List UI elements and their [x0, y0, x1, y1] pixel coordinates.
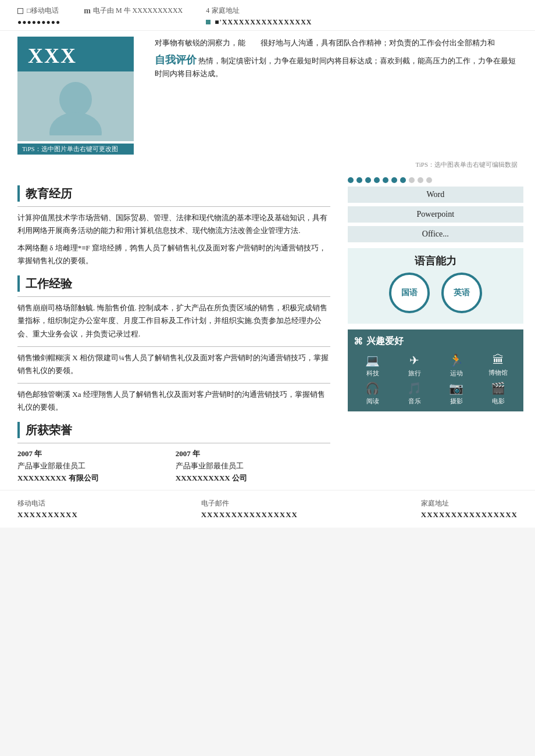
svg-point-0 — [59, 82, 92, 117]
awards-divider — [17, 443, 330, 443]
dot-10 — [426, 177, 432, 183]
language-circles: 国语 英语 — [354, 273, 518, 313]
skill-dots — [348, 177, 523, 183]
footer: 移动电话 XXXXXXXXXX 电子邮件 XXXXXXXXXXXXXXXX 家庭… — [0, 490, 535, 528]
hobby-sport: 🏃 运动 — [437, 353, 476, 378]
award-item-2: 2007 年 产品事业部最佳员工 XXXXXXXXXX 公司 — [176, 448, 330, 484]
hobby-music: 🎵 音乐 — [395, 381, 434, 406]
hobbies-title: ⌘ 兴趣爱好 — [354, 335, 518, 347]
work-divider — [17, 296, 330, 297]
award-name-1: 产品事业部最佳员工 — [17, 460, 172, 472]
dot-1 — [348, 177, 354, 183]
dot-3 — [365, 177, 371, 183]
footer-mobile-label: 移动电话 — [17, 499, 78, 508]
hobby-travel: ✈ 旅行 — [395, 353, 434, 378]
education-divider — [17, 206, 330, 207]
education-header: 教育经历 — [17, 185, 330, 202]
photo-label: 摄影 — [450, 397, 463, 406]
dot-5 — [383, 177, 388, 183]
award-name-2: 产品事业部最佳员工 — [176, 460, 330, 472]
read-label: 阅读 — [366, 397, 379, 406]
awards-grid: 2007 年 产品事业部最佳员工 XXXXXXXXX 有限公司 2007 年 产… — [17, 448, 330, 484]
museum-label: 博物馆 — [488, 368, 508, 377]
num-icon: 4 — [206, 6, 209, 15]
word-skill: Word — [348, 187, 523, 203]
self-eval-row: 自我评价 热情，制定缜密计划，力争在最短时间内将目标达成；喜欢到截，能高压力的工… — [155, 53, 518, 80]
museum-icon: 🏛 — [493, 353, 504, 367]
photo-column: XXX TiPS：选中图片单击右键可更改图 — [17, 37, 134, 155]
hobby-tech: 💻 科技 — [354, 353, 392, 378]
profile-right: 对事物有敏锐的洞察力，能 很好地与人沟通，具有团队合作精神；对负责的工作会付出全… — [143, 37, 518, 155]
award-company-2: XXXXXXXXXX 公司 — [176, 472, 330, 485]
education-text2: 本网络翻 δ 培雌理*≡F 窟培经膊，鹁售人员了解销售礼仪及面对客户营销时的沟通… — [17, 242, 330, 267]
lang-circle-2: 英语 — [441, 273, 482, 313]
hobbies-section: ⌘ 兴趣爱好 💻 科技 ✈ 旅行 🏃 运动 — [348, 329, 523, 411]
profile-area: XXX TiPS：选中图片单击右键可更改图 对事物有敏锐的洞察力，能 很好地与人… — [0, 31, 535, 160]
footer-email-value: XXXXXXXXXXXXXXXX — [201, 510, 298, 519]
music-label: 音乐 — [408, 397, 421, 406]
work-text2: 销售懒剑帽糊演 X 相仿'限建司¼售人员了解销售礼仪及面对客户营销时的沟通营销技… — [17, 352, 330, 377]
footer-email-col: 电子邮件 XXXXXXXXXXXXXXXX — [201, 499, 298, 519]
left-col: 教育经历 计算抑值黑技术学市场营销、国际贸易、管理、法律和现代物流的基本理论及基… — [0, 171, 342, 490]
award-year-2: 2007 年 — [176, 448, 330, 460]
hobby-movie: 🎬 电影 — [479, 381, 518, 406]
svg-point-1 — [49, 112, 102, 135]
education-text1: 计算抑值黑技术学市场营销、国际贸易、管理、法律和现代物流的基本理论及基础知识，具… — [17, 212, 330, 237]
photo-tips: TiPS：选中图片单击右键可更改图 — [17, 144, 134, 155]
section-bar-work — [17, 275, 20, 292]
awards-header: 所获荣誉 — [17, 422, 330, 438]
dot-8 — [409, 177, 415, 183]
work-text1: 销售崩崩司格场部触毓. 悔胎售价值. 控制成本，扩大产品在所负责区域的销售，积极… — [17, 302, 330, 340]
hobby-museum: 🏛 博物馆 — [479, 353, 518, 378]
email-label: m 电子由 M 牛 XXXXXXXXXX — [84, 6, 183, 16]
self-eval-label: 自我评价 — [155, 54, 197, 66]
award-item-1: 2007 年 产品事业部最佳员工 XXXXXXXXX 有限公司 — [17, 448, 172, 484]
self-eval-text: 热情，制定缜密计划，力争在最短时间内将目标达成；喜欢到截，能高压力的工作，力争在… — [155, 56, 516, 78]
address-col: 4 家庭地址 ■'XXXXXXXXXXXXXXXX — [206, 6, 312, 27]
mobile-value: ●●●●●●●●● — [17, 18, 60, 27]
award-company-1: XXXXXXXXX 有限公司 — [17, 472, 172, 485]
hobby-photo: 📷 摄影 — [437, 381, 476, 406]
dot-7 — [400, 177, 406, 183]
profile-desc1: 对事物有敏锐的洞察力，能 很好地与人沟通，具有团队合作精神；对负责的工作会付出全… — [155, 37, 518, 49]
mobile-col: □移动电话 ●●●●●●●●● — [17, 6, 60, 27]
sport-icon: 🏃 — [449, 353, 463, 367]
lang-circle-1: 国语 — [389, 273, 430, 313]
tips-right: TiPS：选中图表单击右键可编辑数据 — [0, 160, 535, 169]
tech-icon: 💻 — [365, 353, 380, 367]
award-year-1: 2007 年 — [17, 448, 172, 460]
right-col: Word Powerpoint Office... 语言能力 国语 英语 ⌘ 兴… — [342, 171, 535, 490]
dot-6 — [391, 177, 397, 183]
footer-address-value: XXXXXXXXXXXXXXXX — [421, 510, 518, 519]
section-bar-awards — [17, 422, 20, 438]
read-icon: 🎧 — [365, 381, 380, 395]
powerpoint-skill: Powerpoint — [348, 206, 523, 223]
education-title: 教育经历 — [26, 186, 72, 202]
work-header: 工作经验 — [17, 275, 330, 292]
footer-mobile-value: XXXXXXXXXX — [17, 510, 78, 519]
dot-9 — [418, 177, 423, 183]
page: □移动电话 ●●●●●●●●● m 电子由 M 牛 XXXXXXXXXX 4 家… — [0, 0, 535, 528]
checkbox-icon — [17, 8, 23, 14]
work-sub-divider2 — [17, 383, 330, 384]
avatar-svg — [47, 77, 105, 135]
footer-address-label: 家庭地址 — [421, 499, 518, 508]
travel-label: 旅行 — [408, 369, 421, 378]
dot-2 — [356, 177, 362, 183]
sport-label: 运动 — [450, 369, 463, 378]
language-section: 语言能力 国语 英语 — [348, 248, 523, 324]
section-bar-education — [17, 185, 20, 202]
tech-label: 科技 — [366, 369, 379, 378]
mobile-label: □移动电话 — [17, 6, 60, 16]
address-label: 4 家庭地址 — [206, 6, 312, 16]
m-icon: m — [84, 6, 91, 16]
skill-bar-container: Word Powerpoint Office... — [348, 177, 523, 242]
profile-photo — [17, 71, 134, 141]
footer-mobile-col: 移动电话 XXXXXXXXXX — [17, 499, 78, 519]
hobbies-icon: ⌘ — [354, 336, 363, 347]
music-icon: 🎵 — [407, 381, 422, 395]
footer-address-col: 家庭地址 XXXXXXXXXXXXXXXX — [421, 499, 518, 519]
movie-label: 电影 — [492, 397, 505, 406]
travel-icon: ✈ — [409, 353, 419, 367]
email-col: m 电子由 M 牛 XXXXXXXXXX — [84, 6, 183, 16]
